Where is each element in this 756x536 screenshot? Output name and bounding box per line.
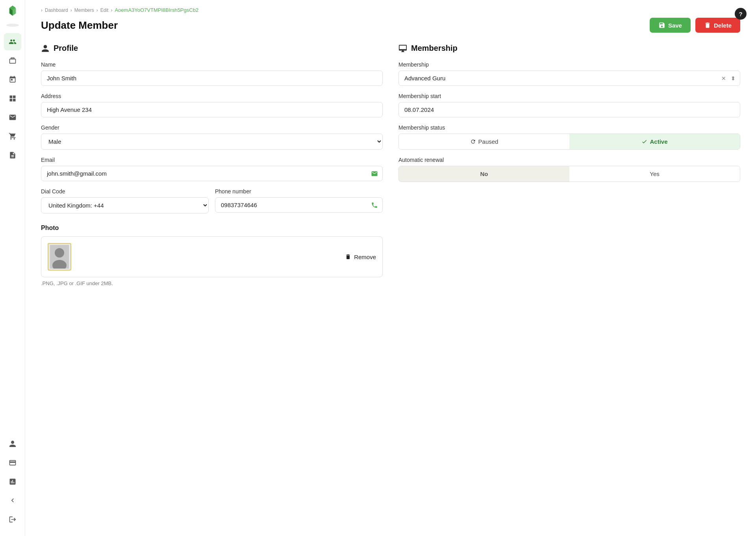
- logo-icon[interactable]: [6, 5, 20, 19]
- membership-clear-button[interactable]: ✕: [720, 75, 728, 82]
- phone-input-wrapper: [215, 197, 383, 213]
- profile-icon: [41, 44, 50, 53]
- membership-type-label: Membership: [398, 61, 740, 68]
- phone-input[interactable]: [215, 197, 383, 213]
- photo-hint: .PNG, .JPG or .GIF under 2MB.: [41, 280, 383, 286]
- breadcrumb-members[interactable]: Members: [74, 7, 94, 13]
- profile-section-header: Profile: [41, 44, 383, 53]
- svg-point-1: [55, 248, 64, 258]
- sidebar-item-pages[interactable]: [4, 147, 21, 164]
- breadcrumb: › Dashboard › Members › Edit › AoemA3YoO…: [41, 0, 740, 18]
- email-label: Email: [41, 157, 383, 163]
- address-label: Address: [41, 93, 383, 99]
- name-label: Name: [41, 61, 383, 68]
- trash-icon: [345, 254, 351, 260]
- breadcrumb-sep-4: ›: [111, 7, 112, 13]
- breadcrumb-dashboard[interactable]: Dashboard: [45, 7, 68, 13]
- photo-label: Photo: [41, 224, 383, 232]
- dial-code-select[interactable]: United Kingdom: +44 United States: +1 Ge…: [41, 197, 209, 213]
- email-input-wrapper: [41, 166, 383, 181]
- collapse-button[interactable]: [4, 492, 21, 509]
- breadcrumb-sep-2: ›: [70, 7, 72, 13]
- membership-status-toggle: Paused Active: [398, 134, 740, 150]
- save-button[interactable]: Save: [650, 18, 691, 33]
- membership-section: Membership Membership ✕ ⬍ Membership sta…: [398, 44, 740, 189]
- phone-group: Phone number: [215, 188, 383, 213]
- renewal-group: Automatic renewal No Yes: [398, 157, 740, 182]
- breadcrumb-sep-1: ›: [41, 7, 43, 13]
- sidebar-item-calendar[interactable]: [4, 71, 21, 88]
- membership-status-group: Membership status Paused Active: [398, 124, 740, 150]
- email-input[interactable]: [41, 166, 383, 181]
- breadcrumb-sep-3: ›: [96, 7, 98, 13]
- save-icon: [658, 22, 665, 29]
- address-input[interactable]: [41, 102, 383, 117]
- delete-icon: [704, 22, 711, 29]
- name-group: Name: [41, 61, 383, 86]
- sidebar-item-analytics[interactable]: [4, 473, 21, 490]
- logout-button[interactable]: [4, 511, 21, 528]
- gender-group: Gender Male Female Other: [41, 124, 383, 150]
- main-content: › Dashboard › Members › Edit › AoemA3YoO…: [25, 0, 756, 536]
- header-actions: Save Delete: [650, 18, 740, 33]
- content-grid: Profile Name Address Gender Male Female …: [41, 44, 740, 286]
- renewal-yes-button[interactable]: Yes: [569, 166, 740, 182]
- sidebar-item-cart[interactable]: [4, 128, 21, 145]
- check-icon: [641, 139, 647, 145]
- sidebar-item-profile[interactable]: [4, 435, 21, 453]
- renewal-no-button[interactable]: No: [399, 166, 569, 182]
- membership-start-group: Membership start: [398, 93, 740, 117]
- photo-box: Remove: [41, 236, 383, 277]
- sidebar: [0, 0, 25, 536]
- renewal-label: Automatic renewal: [398, 157, 740, 163]
- photo-section: Photo Remove .PNG, .JPG or .GIF un: [41, 224, 383, 286]
- name-input[interactable]: [41, 70, 383, 86]
- sidebar-item-members[interactable]: [4, 33, 21, 50]
- gender-select[interactable]: Male Female Other: [41, 134, 383, 150]
- logo-shadow: [6, 24, 19, 27]
- help-icon[interactable]: ?: [735, 8, 747, 20]
- photo-thumbnail: [48, 243, 71, 271]
- page-title: Update Member: [41, 19, 118, 32]
- phone-label: Phone number: [215, 188, 383, 195]
- renewal-toggle: No Yes: [398, 166, 740, 182]
- email-icon: [371, 170, 378, 177]
- profile-section: Profile Name Address Gender Male Female …: [41, 44, 383, 286]
- membership-spinner-button[interactable]: ⬍: [729, 75, 737, 82]
- breadcrumb-edit[interactable]: Edit: [100, 7, 109, 13]
- photo-person-svg: [50, 245, 69, 269]
- monitor-icon: [398, 44, 407, 53]
- gender-label: Gender: [41, 124, 383, 131]
- remove-photo-button[interactable]: Remove: [345, 254, 376, 260]
- sidebar-item-briefcase[interactable]: [4, 52, 21, 69]
- membership-select-wrap: ✕ ⬍: [398, 70, 740, 86]
- address-group: Address: [41, 93, 383, 117]
- sidebar-item-widgets[interactable]: [4, 90, 21, 107]
- phone-icon: [371, 202, 378, 209]
- status-active-button[interactable]: Active: [569, 134, 740, 149]
- membership-select-controls: ✕ ⬍: [720, 75, 737, 82]
- sidebar-item-billing[interactable]: [4, 454, 21, 471]
- membership-select-input[interactable]: [398, 70, 740, 86]
- phone-row: Dial Code United Kingdom: +44 United Sta…: [41, 188, 383, 221]
- email-group: Email: [41, 157, 383, 181]
- sidebar-item-email[interactable]: [4, 109, 21, 126]
- delete-button[interactable]: Delete: [695, 18, 740, 33]
- page-header: Update Member Save Delete: [41, 18, 740, 33]
- refresh-icon: [470, 139, 476, 145]
- membership-status-label: Membership status: [398, 124, 740, 131]
- membership-start-input[interactable]: [398, 102, 740, 117]
- membership-type-group: Membership ✕ ⬍: [398, 61, 740, 86]
- dial-code-label: Dial Code: [41, 188, 209, 195]
- membership-start-label: Membership start: [398, 93, 740, 99]
- membership-section-header: Membership: [398, 44, 740, 53]
- breadcrumb-id[interactable]: AoemA3YoO7VTMPI8BIrsh5PgsCb2: [115, 7, 198, 13]
- status-paused-button[interactable]: Paused: [399, 134, 569, 149]
- dial-code-group: Dial Code United Kingdom: +44 United Sta…: [41, 188, 209, 213]
